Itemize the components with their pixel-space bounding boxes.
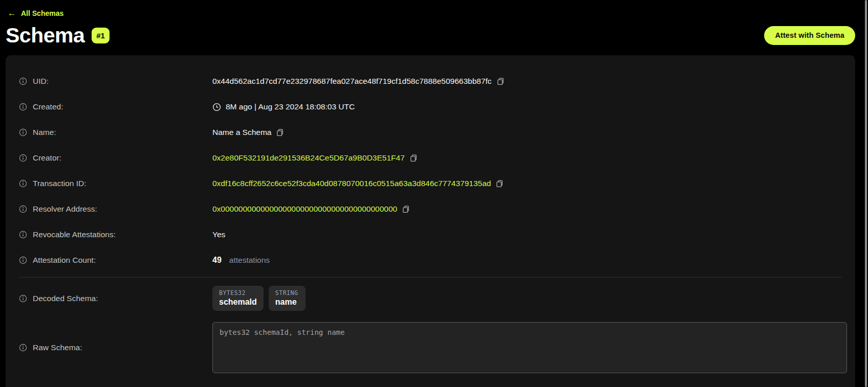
- row-revocable-attestations: Revocable Attestations: Yes: [14, 222, 847, 247]
- info-icon: [19, 128, 27, 136]
- decoded-schema-fields: BYTES32 schemaId STRING name: [212, 286, 306, 311]
- copy-icon: [276, 128, 284, 136]
- info-icon: [19, 179, 27, 188]
- raw-schema-label: Raw Schema:: [33, 343, 82, 352]
- row-raw-schema: Raw Schema: bytes32 schemaId, string nam…: [14, 322, 847, 373]
- attestation-count-value: 49 attestations: [212, 256, 270, 265]
- uid-label: UID:: [33, 77, 49, 86]
- row-creator: Creator: 0x2e80F532191de291536B24Ce5D67a…: [14, 145, 847, 171]
- transaction-id-label: Transaction ID:: [33, 179, 86, 188]
- schema-details-card: UID: 0x44d562ac1d7cd77e232978687fea027ac…: [6, 55, 855, 387]
- copy-creator-button[interactable]: [409, 154, 418, 162]
- copy-icon: [409, 154, 418, 162]
- back-to-all-schemas-link[interactable]: ← All Schemas: [8, 9, 63, 17]
- field-name: name: [275, 298, 299, 307]
- row-uid: UID: 0x44d562ac1d7cd77e232978687fea027ac…: [14, 69, 847, 94]
- scrollbar-thumb[interactable]: [865, 0, 867, 387]
- field-type: BYTES32: [219, 289, 257, 297]
- transaction-id-value: 0xdf16c8cff2652c6ce52f3cda40d0878070016c…: [212, 179, 504, 188]
- created-label: Created:: [33, 102, 63, 111]
- decoded-schema-label: Decoded Schema:: [33, 294, 98, 303]
- info-icon: [19, 344, 27, 352]
- schema-field-chip: BYTES32 schemaId: [212, 286, 264, 311]
- copy-name-button[interactable]: [276, 128, 284, 136]
- info-icon: [19, 205, 27, 213]
- name-value: Name a Schema: [212, 128, 284, 137]
- resolver-address-value: 0x00000000000000000000000000000000000000…: [212, 204, 410, 214]
- title-row: Schema #1 Attest with Schema: [6, 22, 855, 49]
- clock-icon: [212, 103, 221, 111]
- arrow-left-icon: ←: [8, 9, 16, 17]
- copy-resolver-address-button[interactable]: [402, 205, 410, 213]
- copy-uid-button[interactable]: [496, 77, 505, 85]
- creator-address-link[interactable]: 0x2e80F532191de291536B24Ce5D67a9B0D3E51F…: [212, 153, 405, 163]
- row-name: Name: Name a Schema: [14, 120, 847, 145]
- info-icon: [19, 77, 27, 85]
- info-icon: [19, 231, 27, 239]
- created-value: 8M ago | Aug 23 2024 18:08:03 UTC: [212, 102, 355, 111]
- name-label: Name:: [33, 128, 56, 137]
- field-name: schemaId: [219, 298, 257, 307]
- revocable-attestations-label: Revocable Attestations:: [33, 230, 116, 239]
- row-resolver-address: Resolver Address: 0x00000000000000000000…: [14, 196, 847, 222]
- schema-page: ← All Schemas Schema #1 Attest with Sche…: [0, 0, 868, 387]
- attestation-count-suffix: attestations: [229, 256, 270, 265]
- schema-field-chip: STRING name: [269, 286, 306, 311]
- resolver-address-link[interactable]: 0x00000000000000000000000000000000000000…: [212, 204, 397, 214]
- copy-icon: [496, 77, 505, 85]
- row-decoded-schema: Decoded Schema: BYTES32 schemaId STRING …: [14, 286, 847, 311]
- attestation-count-number: 49: [212, 256, 222, 265]
- attest-with-schema-button[interactable]: Attest with Schema: [764, 26, 855, 45]
- info-icon: [19, 154, 27, 162]
- copy-icon: [495, 179, 504, 188]
- row-attestation-count: Attestation Count: 49 attestations: [14, 247, 847, 273]
- resolver-address-label: Resolver Address:: [33, 204, 97, 214]
- schema-number-badge: #1: [92, 28, 110, 43]
- raw-schema-textarea[interactable]: bytes32 schemaId, string name: [212, 322, 847, 373]
- copy-transaction-id-button[interactable]: [495, 179, 504, 188]
- attestation-count-label: Attestation Count:: [33, 256, 96, 265]
- info-icon: [19, 294, 27, 303]
- info-icon: [19, 103, 27, 111]
- row-transaction-id: Transaction ID: 0xdf16c8cff2652c6ce52f3c…: [14, 171, 847, 196]
- page-title: Schema: [6, 25, 84, 46]
- copy-icon: [402, 205, 410, 213]
- uid-value: 0x44d562ac1d7cd77e232978687fea027ace48f7…: [212, 77, 505, 86]
- info-icon: [19, 256, 27, 264]
- creator-value: 0x2e80F532191de291536B24Ce5D67a9B0D3E51F…: [212, 153, 418, 163]
- back-link-label: All Schemas: [21, 9, 63, 17]
- row-created: Created: 8M ago | Aug 23 2024 18:08:03 U…: [14, 94, 847, 120]
- revocable-attestations-value: Yes: [212, 230, 225, 239]
- field-type: STRING: [275, 289, 299, 297]
- section-divider: [19, 277, 842, 278]
- transaction-id-link[interactable]: 0xdf16c8cff2652c6ce52f3cda40d0878070016c…: [212, 179, 491, 188]
- creator-label: Creator:: [33, 153, 61, 163]
